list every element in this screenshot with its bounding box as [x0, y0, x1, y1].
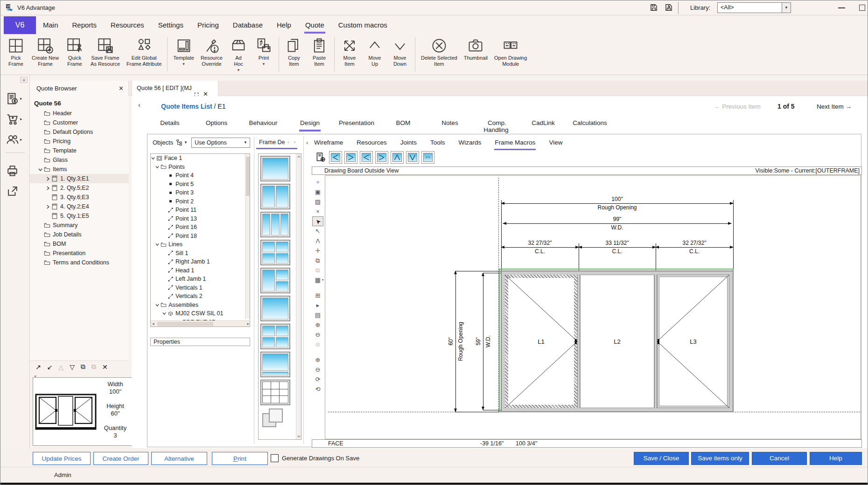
- object-point-3[interactable]: Point 3: [151, 188, 250, 197]
- toolbar-create-new-frame[interactable]: Create NewFrame: [28, 37, 62, 68]
- macro-casement-right-2[interactable]: [375, 151, 388, 164]
- chevron-down-icon[interactable]: ▾: [238, 68, 240, 72]
- chevron-up-icon[interactable]: [297, 155, 301, 159]
- panel-collapse-button[interactable]: ‹: [138, 101, 140, 109]
- chevron-down-icon[interactable]: ▼: [782, 3, 791, 13]
- tree-item-summary[interactable]: Summary: [30, 221, 129, 230]
- rail-item-order-cart[interactable]: ▸: [6, 111, 27, 126]
- tab-resources[interactable]: Resources: [356, 135, 387, 150]
- tree-item-5-qty-1-e5[interactable]: 5. Qty.1;E5: [30, 211, 129, 221]
- tab-quote-document[interactable]: Quote 56 [ EDIT ](MJ...✕: [132, 81, 218, 96]
- object-point-4[interactable]: Point 4: [151, 171, 250, 180]
- macro-casement-left-2[interactable]: [360, 151, 373, 164]
- menu-resources[interactable]: Resources: [110, 17, 145, 34]
- toolbar-resource-override[interactable]: ResourceOverride: [197, 37, 226, 68]
- pick-point-icon[interactable]: ↖: [312, 226, 323, 236]
- toolbar-save-frame-as-resource[interactable]: Save FrameAs Resource: [87, 37, 123, 68]
- create-order-button[interactable]: Create Order: [93, 452, 148, 465]
- library-select[interactable]: <All> ▼: [717, 2, 791, 13]
- macro-hopper[interactable]: [406, 151, 419, 164]
- macro-fixed[interactable]: FX: [421, 151, 434, 164]
- tree-view-icon[interactable]: [176, 139, 183, 146]
- object-sill-1[interactable]: Sill 1: [151, 249, 250, 258]
- tree-item-presentation[interactable]: Presentation: [30, 249, 129, 258]
- pan-icon[interactable]: ✛: [312, 246, 323, 256]
- tab-quote-browser[interactable]: Quote Browser ✕: [30, 81, 129, 96]
- tab-frame-macros[interactable]: Frame Macros: [494, 135, 536, 150]
- toolbar-template[interactable]: Template▾: [170, 37, 197, 67]
- chevron-down-icon[interactable]: [297, 434, 301, 438]
- tree-item-job-details[interactable]: Job Details: [30, 230, 129, 239]
- delete-preview-icon[interactable]: ✕: [102, 363, 108, 371]
- objects-tree-vscrollbar[interactable]: [245, 154, 250, 319]
- update-prices-button[interactable]: Update Prices: [33, 452, 91, 465]
- object-lines[interactable]: Lines: [151, 240, 250, 249]
- tree-item-glass[interactable]: Glass: [30, 155, 129, 165]
- toolbar-paste-item[interactable]: PasteItem: [307, 37, 332, 68]
- template-1-plus-2[interactable]: [260, 268, 290, 293]
- refresh-icon[interactable]: ⟲: [312, 384, 323, 394]
- macro-casement-left[interactable]: [329, 151, 342, 164]
- panel-splitter[interactable]: [254, 136, 254, 444]
- tab-frame-designer[interactable]: Frame De: [259, 139, 285, 146]
- save-close-button[interactable]: Save / Close: [634, 452, 689, 465]
- select-pointer-icon[interactable]: ➤: [312, 216, 323, 226]
- menu-settings[interactable]: Settings: [157, 17, 184, 34]
- pop-in-icon[interactable]: ↙: [47, 363, 53, 371]
- template-assembly[interactable]: [260, 408, 290, 433]
- template-single[interactable]: [260, 296, 290, 321]
- template-single-sill[interactable]: [260, 352, 290, 377]
- zoom-scale-icon[interactable]: ⊖: [312, 365, 323, 374]
- layers-icon[interactable]: ▣: [312, 187, 323, 197]
- help-button[interactable]: Help: [810, 452, 862, 465]
- object-verticals-2[interactable]: Verticals 2: [151, 292, 250, 301]
- tab-wizards[interactable]: Wizards: [458, 135, 482, 150]
- toolbar-ad-hoc[interactable]: AdHoc▾: [226, 37, 251, 73]
- object-point-18[interactable]: Point 18: [151, 232, 250, 241]
- template-3-lite[interactable]: [260, 212, 290, 237]
- tool-flyout-icon[interactable]: ▸: [312, 300, 323, 310]
- measure-icon[interactable]: Λ: [312, 236, 323, 246]
- tree-item-default-options[interactable]: Default Options: [30, 127, 129, 137]
- tab-joints[interactable]: Joints: [400, 135, 417, 150]
- tab-view[interactable]: View: [548, 135, 563, 150]
- tree-item-pricing[interactable]: Pricing: [30, 137, 129, 146]
- tree-item-1-qty-3-e1[interactable]: 1. Qty.3;E1: [30, 174, 129, 183]
- toolbar-edit-global-frame-attribute[interactable]: Edit GlobalFrame Attribute: [123, 37, 165, 68]
- menu-quote[interactable]: Quote: [304, 17, 325, 34]
- rail-item-quote-documents[interactable]: ▸: [6, 91, 27, 106]
- chevron-down-icon[interactable]: ▾: [263, 62, 265, 66]
- display-options-icon[interactable]: ▦▾: [312, 275, 323, 285]
- menu-database[interactable]: Database: [232, 17, 264, 34]
- template-2x2[interactable]: [260, 240, 290, 265]
- quote-root-node[interactable]: Quote 56: [30, 96, 129, 109]
- chevron-down-icon[interactable]: ▼: [244, 138, 247, 147]
- object-points[interactable]: Points: [151, 163, 250, 172]
- save-as-icon[interactable]: [663, 2, 674, 14]
- toolbar-print[interactable]: Print▾: [251, 37, 276, 67]
- objects-tree-hscrollbar[interactable]: ◂▸: [151, 320, 250, 326]
- menu-main[interactable]: Main: [42, 17, 59, 34]
- tab-tools[interactable]: Tools: [430, 135, 446, 150]
- template-2x2-b[interactable]: [260, 324, 290, 349]
- v6-menu-button[interactable]: V6: [4, 16, 36, 34]
- rail-item-contacts[interactable]: ▸: [6, 132, 27, 147]
- zoom-window-icon[interactable]: ⊞: [312, 291, 323, 300]
- chevron-down-icon[interactable]: ▼: [184, 140, 188, 145]
- maximize-button[interactable]: [859, 5, 865, 11]
- toolbar-delete-selected-item[interactable]: Delete SelectedItem: [418, 37, 461, 68]
- rail-collapse-button[interactable]: »: [20, 77, 28, 83]
- minimize-button[interactable]: [838, 7, 845, 8]
- save-icon[interactable]: [648, 2, 659, 14]
- frame-tab-nav-arrows[interactable]: ‹ ›: [287, 139, 297, 145]
- toolbar-quick-frame[interactable]: QuickFrame: [62, 37, 87, 68]
- toolbar-open-drawing-module[interactable]: Open DrawingModule: [491, 37, 530, 68]
- toolbar-move-down[interactable]: MoveDown: [387, 37, 413, 68]
- tree-item-header[interactable]: Header: [30, 109, 129, 118]
- redraw-icon[interactable]: ⟳: [312, 374, 323, 384]
- previous-item-button[interactable]: ← Previous Item: [714, 103, 761, 110]
- template-scrollbar[interactable]: [296, 154, 301, 439]
- close-icon[interactable]: ✕: [119, 81, 124, 96]
- save-view-icon[interactable]: ▤: [312, 310, 323, 320]
- copy-view-icon[interactable]: ⧉: [312, 256, 323, 265]
